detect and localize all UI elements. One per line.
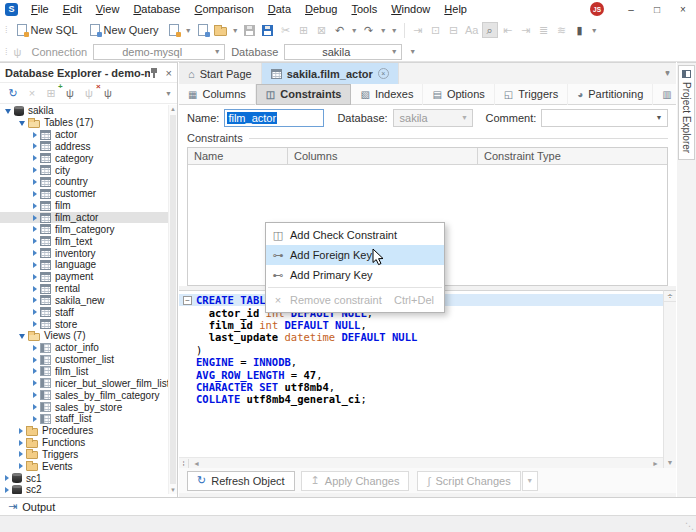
explorer-overflow-caret[interactable]: ▼: [164, 90, 173, 97]
uncomment-button[interactable]: ≋: [554, 22, 570, 38]
sql-preview-editor[interactable]: −CREATE TABLE sakila.film_actor ( actor_…: [179, 290, 663, 457]
screenshot-button[interactable]: ⊡: [428, 22, 444, 38]
expand-arrow-icon[interactable]: [33, 226, 37, 232]
paste-button[interactable]: ⊠: [314, 22, 330, 38]
expand-arrow-icon[interactable]: [33, 368, 37, 374]
comment-button[interactable]: ≣: [536, 22, 552, 38]
toolbar-grip-2[interactable]: ⁞: [2, 47, 10, 57]
tree-item-address[interactable]: address: [0, 141, 168, 153]
new-sql-button[interactable]: New SQL: [12, 22, 83, 38]
panel-close-icon[interactable]: ×: [166, 67, 172, 79]
copy-button[interactable]: ⊞: [296, 22, 312, 38]
expand-arrow-icon[interactable]: [19, 451, 23, 457]
expand-arrow-icon[interactable]: [33, 416, 37, 422]
minimize-button[interactable]: –: [618, 1, 644, 17]
tree-item-nicer-but-slower-film-list[interactable]: nicer_but_slower_film_list: [0, 377, 168, 389]
menu-debug[interactable]: Debug: [298, 3, 344, 15]
tree-item-sc2[interactable]: sc2: [0, 484, 168, 494]
menu-comparison[interactable]: Comparison: [187, 3, 260, 15]
subtab-constraints[interactable]: ◫Constraints: [256, 84, 352, 105]
grid-column-constraint-type[interactable]: Constraint Type: [478, 148, 667, 164]
expand-arrow-icon[interactable]: [33, 297, 37, 303]
tree-item-sales-by-film-category[interactable]: sales_by_film_category: [0, 389, 168, 401]
tree-item-city[interactable]: city: [0, 164, 168, 176]
scroll-right-icon[interactable]: ►: [648, 460, 663, 467]
resize-grip-icon[interactable]: ⋱: [685, 521, 694, 531]
tree-item-category[interactable]: category: [0, 152, 168, 164]
hsplit-grip-icon[interactable]: ⁞: [179, 459, 189, 468]
script-changes-dropdown[interactable]: ▼: [522, 471, 538, 491]
tree-item-inventory[interactable]: inventory: [0, 247, 168, 259]
expand-arrow-icon[interactable]: [19, 440, 23, 446]
menu-database[interactable]: Database: [126, 3, 187, 15]
tree-item-tables-17[interactable]: Tables (17): [0, 117, 168, 129]
menu-file[interactable]: File: [24, 3, 56, 15]
expand-arrow-icon[interactable]: [5, 487, 9, 493]
expand-arrow-icon[interactable]: [33, 250, 37, 256]
expand-arrow-icon[interactable]: [33, 404, 37, 410]
tree-item-sakila-new[interactable]: sakila_new: [0, 295, 168, 307]
layout-button[interactable]: ⊟: [446, 22, 462, 38]
menu-item-add-foreign-key[interactable]: ⊶Add Foreign Key: [266, 245, 444, 265]
open-file-button-dropdown[interactable]: ▼: [231, 27, 240, 34]
expand-arrow-icon[interactable]: [33, 357, 37, 363]
pin-icon[interactable]: [150, 67, 158, 78]
tree-scrollbar[interactable]: ▲ ▼: [168, 105, 177, 494]
scroll-up-icon[interactable]: ▲: [169, 106, 177, 112]
collapse-arrow-icon[interactable]: [19, 121, 25, 126]
subtab-partitioning[interactable]: ◕Partitioning: [568, 84, 653, 105]
new-document-button[interactable]: [166, 22, 182, 38]
undo-button-dropdown[interactable]: ▼: [350, 27, 359, 34]
maximize-button[interactable]: □: [644, 1, 670, 17]
expand-arrow-icon[interactable]: [33, 274, 37, 280]
tree-item-procedures[interactable]: Procedures: [0, 425, 168, 437]
tree-item-sc1[interactable]: sc1: [0, 472, 168, 484]
project-explorer-tab[interactable]: Project Explorer: [678, 65, 695, 160]
close-button[interactable]: ×: [670, 1, 696, 17]
tree-item-staff-list[interactable]: staff_list: [0, 413, 168, 425]
tree-item-film-text[interactable]: film_text: [0, 235, 168, 247]
redo-button-dropdown[interactable]: ▼: [379, 27, 388, 34]
expand-arrow-icon[interactable]: [33, 392, 37, 398]
expand-arrow-icon[interactable]: [33, 132, 37, 138]
tab-start-page[interactable]: ⌂Start Page: [179, 63, 262, 84]
expand-arrow-icon[interactable]: [33, 286, 37, 292]
open-file-button[interactable]: [213, 22, 229, 38]
new-document-button-dropdown[interactable]: ▼: [184, 27, 193, 34]
user-badge[interactable]: JS: [590, 2, 604, 16]
scroll-thumb[interactable]: [170, 115, 176, 484]
menu-edit[interactable]: Edit: [56, 3, 89, 15]
expand-arrow-icon[interactable]: [19, 428, 23, 434]
expand-arrow-icon[interactable]: [5, 475, 9, 481]
menu-item-add-primary-key[interactable]: ⊷Add Primary Key: [266, 265, 444, 285]
tree-item-views-7[interactable]: Views (7): [0, 330, 168, 342]
menu-window[interactable]: Window: [384, 3, 437, 15]
save-button[interactable]: [242, 22, 258, 38]
tree-item-triggers[interactable]: Triggers: [0, 448, 168, 460]
editor-split-handle[interactable]: ÷: [664, 291, 676, 302]
tree-item-events[interactable]: Events: [0, 460, 168, 472]
apply-changes-button[interactable]: ↥ Apply Changes: [301, 471, 410, 491]
scroll-left-icon[interactable]: ◄: [189, 460, 204, 467]
menu-item-add-check-constraint[interactable]: ◫Add Check Constraint: [266, 225, 444, 245]
tree-item-store[interactable]: store: [0, 318, 168, 330]
expand-arrow-icon[interactable]: [33, 309, 37, 315]
editor-vscrollbar[interactable]: ÷ ▼: [663, 290, 676, 468]
tab-sakila-film-actor[interactable]: sakila.film_actor×: [262, 63, 399, 84]
expand-arrow-icon[interactable]: [33, 155, 37, 161]
collapse-arrow-icon[interactable]: [19, 334, 25, 339]
tree-item-film-actor[interactable]: film_actor: [0, 212, 168, 224]
subtab-triggers[interactable]: ◱Triggers: [495, 84, 568, 105]
script-changes-button[interactable]: ∫ Script Changes: [417, 471, 520, 491]
expand-arrow-icon[interactable]: [33, 215, 37, 221]
menu-data[interactable]: Data: [261, 3, 298, 15]
tree-item-film[interactable]: film: [0, 200, 168, 212]
tree-item-sakila[interactable]: sakila: [0, 105, 168, 117]
bookmark-button[interactable]: ▮: [572, 22, 588, 38]
database-select[interactable]: sakila ▼: [284, 44, 402, 60]
tree-item-customer-list[interactable]: customer_list: [0, 354, 168, 366]
comment-input[interactable]: ▼: [541, 109, 668, 127]
tree-item-country[interactable]: country: [0, 176, 168, 188]
tree-item-staff[interactable]: staff: [0, 306, 168, 318]
tree-item-payment[interactable]: payment: [0, 271, 168, 283]
